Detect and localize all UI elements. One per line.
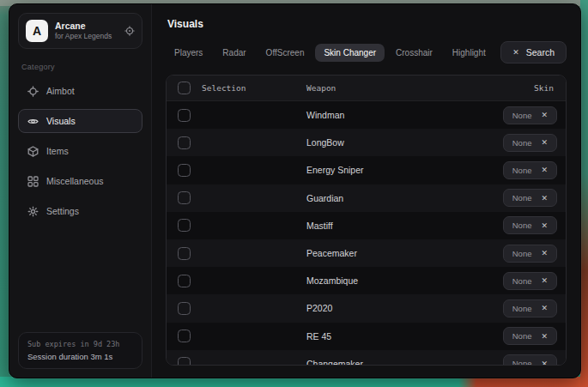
skin-select-button[interactable]: None ✕ (503, 299, 557, 317)
table-row: Windman None ✕ (167, 101, 566, 129)
close-icon[interactable]: ✕ (541, 360, 548, 366)
row-checkbox[interactable] (178, 109, 191, 122)
sidebar-nav: Aimbot Visuals Items Miscellaneous Setti… (18, 79, 142, 229)
tab-radar[interactable]: Radar (214, 44, 254, 62)
target-icon[interactable] (124, 26, 135, 36)
row-checkbox[interactable] (178, 247, 191, 260)
skin-select-button[interactable]: None ✕ (503, 354, 557, 366)
weapon-name: RE 45 (306, 331, 331, 342)
app-subtitle: for Apex Legends (55, 32, 118, 41)
weapon-name: LongBow (306, 137, 344, 148)
app-logo: A (26, 20, 48, 42)
header-selection: Selection (202, 83, 246, 93)
weapon-name: Changemaker (306, 359, 363, 366)
skin-select-button[interactable]: None ✕ (503, 245, 557, 263)
session-duration-text: Session duration 3m 1s (27, 352, 133, 361)
skin-select-button[interactable]: None ✕ (503, 161, 557, 179)
skin-table: Selection Weapon Skin Windman None ✕ Lon… (166, 75, 567, 366)
skin-select-button[interactable]: None ✕ (503, 106, 557, 124)
tab-highlight[interactable]: Highlight (444, 44, 494, 62)
skin-select-button[interactable]: None ✕ (503, 216, 557, 234)
close-icon[interactable]: ✕ (541, 249, 548, 257)
sidebar: A Arcane for Apex Legends Category Aimbo… (9, 4, 152, 378)
skin-select-button[interactable]: None ✕ (503, 189, 557, 207)
weapon-name: Peacemaker (306, 248, 357, 258)
tab-players[interactable]: Players (166, 44, 211, 62)
row-checkbox[interactable] (178, 136, 191, 149)
skin-value: None (512, 304, 532, 313)
tab-offscreen[interactable]: OffScreen (258, 44, 313, 62)
skin-value: None (512, 221, 532, 230)
search-icon: ✕ (512, 48, 519, 57)
crosshair-icon (27, 86, 39, 97)
close-icon[interactable]: ✕ (541, 111, 548, 119)
row-checkbox[interactable] (178, 164, 191, 177)
weapon-name: Mastiff (306, 221, 333, 231)
header-weapon: Weapon (306, 83, 336, 93)
skin-value: None (512, 166, 532, 175)
skin-select-button[interactable]: None ✕ (503, 134, 557, 152)
grid-icon (27, 176, 39, 187)
row-checkbox[interactable] (178, 275, 191, 287)
weapon-name: Mozambique (306, 275, 358, 286)
row-checkbox[interactable] (178, 357, 191, 366)
weapon-name: Guardian (306, 193, 343, 203)
skin-value: None (512, 331, 532, 341)
table-row: P2020 None ✕ (167, 294, 566, 322)
sidebar-item-items[interactable]: Items (18, 139, 142, 163)
row-checkbox[interactable] (178, 219, 191, 232)
skin-value: None (512, 359, 532, 366)
row-checkbox[interactable] (178, 330, 191, 342)
table-row: Energy Sniper None ✕ (167, 156, 566, 184)
row-checkbox[interactable] (178, 191, 191, 204)
table-row: RE 45 None ✕ (167, 323, 566, 350)
tab-skin-changer[interactable]: Skin Changer (315, 44, 385, 62)
sidebar-item-visuals[interactable]: Visuals (18, 109, 142, 133)
close-icon[interactable]: ✕ (541, 276, 548, 285)
table-row: Changemaker None ✕ (167, 350, 566, 366)
weapon-name: Windman (306, 110, 344, 120)
close-icon[interactable]: ✕ (541, 221, 548, 230)
table-row: LongBow None ✕ (167, 129, 566, 156)
cube-icon (27, 146, 39, 157)
table-row: Mozambique None ✕ (167, 267, 566, 294)
sidebar-item-miscellaneous[interactable]: Miscellaneous (18, 169, 142, 193)
close-icon[interactable]: ✕ (541, 138, 548, 147)
subscription-card: Sub expires in 9d 23h Session duration 3… (18, 332, 142, 369)
skin-select-button[interactable]: None ✕ (503, 327, 557, 345)
weapon-name: P2020 (306, 303, 332, 313)
header-skin: Skin (534, 83, 554, 93)
table-row: Guardian None ✕ (167, 184, 566, 212)
select-all-checkbox[interactable] (178, 82, 191, 94)
gear-icon (27, 206, 39, 217)
tab-crosshair[interactable]: Crosshair (387, 44, 441, 62)
tab-bar: PlayersRadarOffScreenSkin ChangerCrossha… (166, 41, 567, 63)
category-label: Category (21, 63, 139, 71)
eye-icon (27, 116, 39, 127)
app-window: A Arcane for Apex Legends Category Aimbo… (9, 3, 581, 378)
sub-expiry-text: Sub expires in 9d 23h (27, 340, 133, 348)
search-button[interactable]: ✕ Search (500, 41, 567, 63)
sidebar-item-settings[interactable]: Settings (18, 199, 142, 223)
table-row: Mastiff None ✕ (167, 212, 566, 239)
skin-select-button[interactable]: None ✕ (503, 272, 557, 290)
row-checkbox[interactable] (178, 302, 191, 315)
brand-card: A Arcane for Apex Legends (18, 13, 142, 49)
close-icon[interactable]: ✕ (541, 166, 548, 174)
main-panel: Visuals PlayersRadarOffScreenSkin Change… (152, 4, 580, 378)
search-label: Search (526, 47, 555, 57)
skin-value: None (512, 111, 532, 120)
close-icon[interactable]: ✕ (541, 194, 548, 203)
close-icon[interactable]: ✕ (541, 332, 548, 341)
close-icon[interactable]: ✕ (541, 304, 548, 312)
weapon-name: Energy Sniper (306, 165, 364, 175)
sidebar-item-aimbot[interactable]: Aimbot (18, 79, 142, 103)
skin-value: None (512, 276, 532, 286)
table-body: Windman None ✕ LongBow None ✕ Energy Sni… (167, 101, 566, 366)
page-title: Visuals (167, 18, 567, 30)
skin-value: None (512, 138, 532, 148)
table-header: Selection Weapon Skin (167, 76, 566, 101)
backdrop-right-strip (580, 0, 588, 387)
skin-value: None (512, 193, 532, 203)
app-title: Arcane (55, 21, 118, 32)
